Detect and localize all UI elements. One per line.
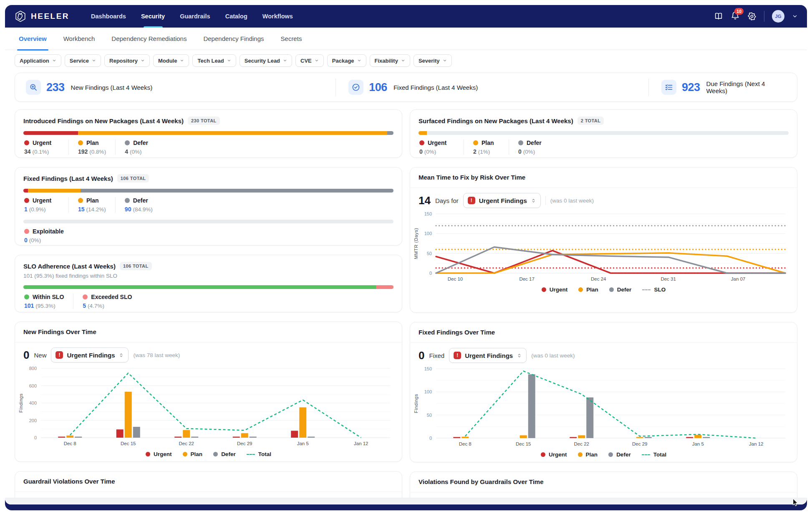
notifications-button[interactable]: 10 [731,11,740,22]
card-surfaced-findings: Surfaced Findings on New Packages (Last … [410,109,797,158]
card-title: Surfaced Findings on New Packages (Last … [419,117,573,124]
chevron-down-icon [227,58,231,63]
svg-text:Dec 24: Dec 24 [591,276,606,281]
distribution-legend: Urgent0(0%)Plan2(1%)Defer0(0%) [419,139,789,155]
total-badge: 106 TOTAL [120,262,152,270]
legend-item-urgent: Urgent1(0.9%) [23,197,68,213]
chart-legend-defer: Defer [608,451,631,458]
legend-value: 4 [125,148,128,155]
legend-dot [473,140,478,145]
chart-legend: UrgentPlanDeferTotal [410,451,797,458]
fixed-findings-chart: 050100150FindingsDec 8Dec 15Dec 22Dec 29… [413,365,792,448]
card-title: Fixed Findings (Last 4 Weeks) [23,175,113,182]
legend-value: 0 [24,237,28,243]
nav-item-workflows[interactable]: Workflows [255,5,300,28]
select-value: Urgent Findings [479,197,527,204]
chevron-down-icon [443,58,447,63]
chart-legend-urgent: Urgent [542,286,568,293]
legend-dot [146,452,150,456]
svg-text:Findings: Findings [18,393,23,413]
legend-dot [578,287,583,292]
svg-text:Dec 17: Dec 17 [519,276,534,281]
avatar[interactable]: JG [772,10,784,23]
card-fixed-findings: Fixed Findings (Last 4 Weeks) 106 TOTAL … [15,167,402,246]
kpi-stat-2: 923Due Findings (Next 4 Weeks) [648,79,797,96]
legend-label: Defer [133,197,148,204]
user-menu-chevron-down-icon[interactable] [792,13,798,19]
tab-secrets[interactable]: Secrets [281,28,302,50]
risk-level-select[interactable]: ! Urgent Findings [449,348,527,363]
filter-chip-security-lead[interactable]: Security Lead [240,54,292,67]
chevron-down-icon [283,58,287,63]
legend-pct: (0.8%) [89,149,106,155]
nav-item-security[interactable]: Security [134,5,172,28]
kpi-stat-0: 233New Findings (Last 4 Weeks) [15,79,335,96]
section-tabs: OverviewWorkbenchDependency Remediations… [5,28,807,50]
filter-chip-repository[interactable]: Repository [104,54,150,67]
fixed_findings_over_time-svg: 050100150FindingsDec 8Dec 15Dec 22Dec 29… [413,365,792,448]
legend-item-defer: Defer4(0%) [115,139,160,155]
risk-level-select[interactable]: ! Urgent Findings [51,347,129,362]
filter-chip-module[interactable]: Module [153,54,189,67]
legend-label: Exceeded SLO [91,294,132,300]
legend-value: 101 [24,302,34,309]
mttf-chart: 050100150MMTR (Days)Dec 10Dec 17Dec 24De… [413,210,792,283]
nav-item-dashboards[interactable]: Dashboards [83,5,134,28]
legend-value: 5 [83,302,86,309]
card-title: Guardrail Violations Over Time [23,478,115,485]
tab-dependency-findings[interactable]: Dependency Findings [203,28,264,50]
docs-book-icon[interactable] [714,12,723,21]
risk-level-select[interactable]: ! Urgent Findings [463,193,541,208]
select-updown-icon [531,198,536,203]
nav-item-catalog[interactable]: Catalog [218,5,255,28]
filter-chip-fixability[interactable]: Fixability [370,54,410,67]
svg-text:Dec 29: Dec 29 [237,441,252,446]
svg-text:Jan 12: Jan 12 [749,441,764,446]
brand[interactable]: HEELER [14,10,69,23]
legend-label: Urgent [33,139,51,146]
tab-workbench[interactable]: Workbench [63,28,95,50]
select-updown-icon [119,352,124,358]
nav-item-guardrails[interactable]: Guardrails [172,5,218,28]
kpi-label: New Findings (Last 4 Weeks) [71,84,153,91]
filter-chip-label: Fixability [375,58,398,64]
search-plus-icon [26,80,41,95]
legend-value: 2 [473,148,477,155]
filter-chip-label: Package [332,58,354,64]
distribution-bar [23,131,393,135]
filter-chip-cve[interactable]: CVE [295,54,324,67]
svg-text:800: 800 [29,366,37,371]
bar-segment [23,189,28,193]
settings-gear-icon[interactable] [747,12,757,21]
chart-legend-defer: Defer [609,286,632,293]
legend-dot [183,452,187,456]
chevron-down-icon [357,58,361,63]
checklist-icon [661,80,676,95]
legend-value: 90 [125,206,131,213]
legend-label: Plan [86,139,99,146]
legend-label: Urgent [33,197,51,204]
dashboard-grid: Introduced Findings on New Packages (Las… [15,109,797,504]
svg-text:400: 400 [29,400,37,406]
footer-strip [5,498,807,504]
svg-text:50: 50 [427,413,432,418]
tab-overview[interactable]: Overview [19,28,47,50]
filter-chip-service[interactable]: Service [65,54,101,67]
tab-dependency-remediations[interactable]: Dependency Remediations [111,28,187,50]
top-navbar: HEELER DashboardsSecurityGuardrailsCatal… [5,5,807,28]
card-introduced-findings: Introduced Findings on New Packages (Las… [15,109,402,158]
distribution-bar [23,285,393,289]
last-week-note: (was 78 last week) [133,352,180,358]
filter-chip-tech-lead[interactable]: Tech Lead [192,54,236,67]
filter-chip-severity[interactable]: Severity [414,54,452,67]
legend-pct: (0%) [424,149,436,155]
filter-chip-package[interactable]: Package [327,54,366,67]
kpi-label: Due Findings (Next 4 Weeks) [706,80,784,94]
chart-legend-total: Total [642,451,666,458]
filter-chip-application[interactable]: Application [15,54,61,67]
exploitable-legend: Exploitable0(0%) [23,228,393,243]
urgent-badge-icon: ! [55,351,63,359]
chart-legend-plan: Plan [578,286,598,293]
new-findings-chart: 0200400600800FindingsDec 8Dec 15Dec 22De… [18,364,397,448]
chart-stat-row: 14 Days for ! Urgent Findings (was 0 las… [410,188,797,209]
